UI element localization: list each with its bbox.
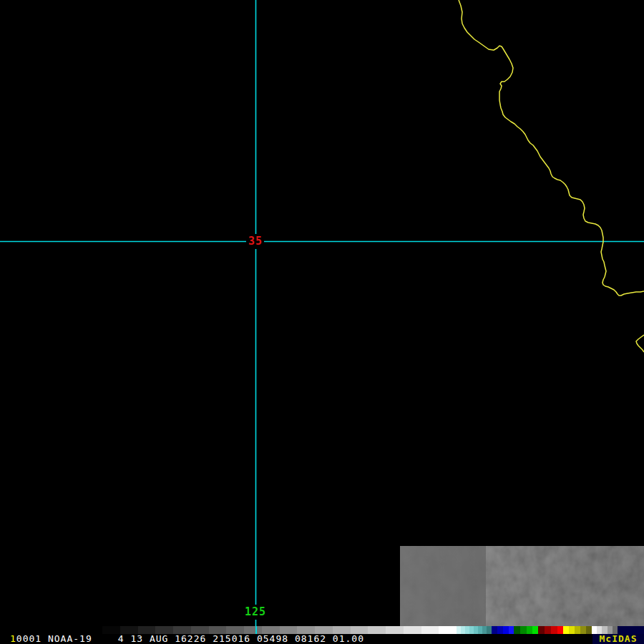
mcidas-brand: McIDAS	[592, 634, 644, 644]
islet-path	[636, 335, 644, 352]
status-bar: 10001 NOAA-194 13 AUG 16226 215016 05498…	[0, 634, 644, 644]
colorbar-segment	[497, 626, 503, 634]
colorbar-segment	[538, 626, 545, 634]
colorbar-segment	[569, 626, 575, 634]
cursor-position-tick	[255, 626, 257, 634]
longitude-label: 125	[243, 607, 268, 618]
colorbar-segment	[557, 626, 563, 634]
colorbar-segment	[520, 626, 527, 634]
frame-number: 1	[10, 633, 16, 644]
colorbar-segment	[575, 626, 580, 634]
latitude-label: 35	[247, 236, 264, 247]
colorbar-segment	[404, 626, 421, 634]
colorbar-segment	[386, 626, 404, 634]
colorbar-segment	[592, 626, 597, 634]
colorbar-segment	[503, 626, 509, 634]
colorbar-segment	[439, 626, 457, 634]
status-text: 10001 NOAA-194 13 AUG 16226 215016 05498…	[10, 634, 364, 644]
colorbar-segment	[586, 626, 592, 634]
colorbar-segment	[545, 626, 551, 634]
colorbar-segment	[580, 626, 586, 634]
colorbar-segment	[487, 626, 492, 634]
coastline-path	[459, 0, 644, 296]
colorbar-segment	[527, 626, 532, 634]
image-info: 4 13 AUG 16226 215016 05498 08162 01.00	[118, 633, 364, 644]
colorbar-segment	[421, 626, 439, 634]
colorbar-segment	[514, 626, 520, 634]
colorbar-segment	[532, 626, 538, 634]
colorbar-segment	[492, 626, 497, 634]
frame-label: 0001 NOAA-19	[16, 633, 92, 644]
colorbar-segment	[563, 626, 569, 634]
colorbar-segment	[551, 626, 557, 634]
map-overlay	[0, 0, 644, 644]
colorbar-segment	[368, 626, 386, 634]
mcidas-image-window[interactable]: 35 125 10001 NOAA-194 13 AUG 16226 21501…	[0, 0, 644, 644]
colorbar-segment	[509, 626, 514, 634]
